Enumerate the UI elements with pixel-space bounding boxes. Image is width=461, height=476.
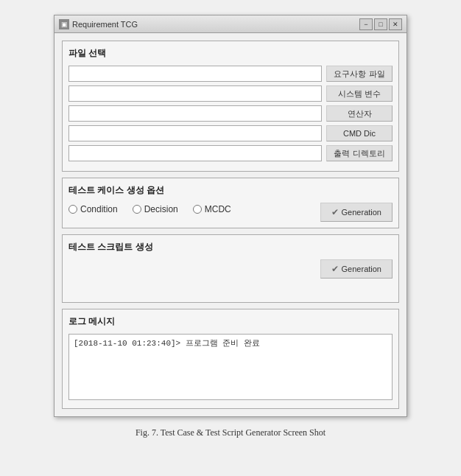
operator-input[interactable]: [68, 105, 322, 122]
file-row-system-vars: 시스템 변수: [68, 85, 393, 102]
title-bar-controls: − □ ✕: [359, 18, 402, 30]
system-vars-button[interactable]: 시스템 변수: [326, 85, 393, 102]
log-section: 로그 메시지: [62, 309, 399, 409]
test-script-section: 테스트 스크립트 생성 ✔ Generation: [62, 234, 399, 303]
file-row-operator: 연산자: [68, 105, 393, 122]
main-window: ▣ Requirement TCG − □ ✕ 파일 선택 요구사항 파일 시스…: [54, 15, 407, 417]
cmd-dic-input[interactable]: [68, 125, 322, 141]
file-row-cmd-dic: CMD Dic: [68, 125, 393, 141]
output-dir-input[interactable]: [68, 145, 322, 161]
test-script-title: 테스트 스크립트 생성: [68, 241, 393, 253]
minimize-button[interactable]: −: [359, 18, 373, 30]
test-script-generation-label: Generation: [342, 265, 381, 273]
title-bar: ▣ Requirement TCG − □ ✕: [54, 15, 407, 33]
file-row-output-dir: 출력 디렉토리: [68, 145, 393, 161]
window-content: 파일 선택 요구사항 파일 시스템 변수 연산자 CMD Dic 출력 디렉토리: [54, 33, 407, 416]
operator-button[interactable]: 연산자: [326, 105, 393, 122]
radio-decision[interactable]: Decision: [133, 204, 178, 214]
window-title: Requirement TCG: [72, 20, 138, 29]
output-dir-button[interactable]: 출력 디렉토리: [326, 145, 393, 161]
radio-decision-input[interactable]: [133, 205, 141, 214]
radio-condition[interactable]: Condition: [68, 204, 118, 214]
file-selection-section: 파일 선택 요구사항 파일 시스템 변수 연산자 CMD Dic 출력 디렉토리: [62, 41, 399, 172]
log-title: 로그 메시지: [68, 315, 393, 328]
title-bar-left: ▣ Requirement TCG: [59, 19, 138, 29]
test-script-content: ✔ Generation: [68, 259, 393, 296]
file-row-requirements: 요구사항 파일: [68, 66, 393, 82]
radio-decision-label: Decision: [144, 204, 178, 214]
test-case-generation-button[interactable]: ✔ Generation: [320, 203, 393, 222]
radio-condition-input[interactable]: [68, 205, 77, 214]
requirements-file-input[interactable]: [68, 66, 322, 82]
cmd-dic-button[interactable]: CMD Dic: [326, 125, 393, 141]
test-case-section: 테스트 케이스 생성 옵션 Condition Decision MCDC: [62, 178, 399, 228]
log-area[interactable]: [68, 334, 393, 400]
file-selection-title: 파일 선택: [68, 47, 393, 60]
maximize-button[interactable]: □: [374, 18, 387, 30]
test-case-options-row: Condition Decision MCDC ✔ Generation: [68, 203, 393, 222]
test-script-generation-button[interactable]: ✔ Generation: [320, 259, 393, 279]
radio-condition-label: Condition: [80, 204, 118, 214]
test-case-radio-group: Condition Decision MCDC: [68, 204, 231, 214]
window-icon: ▣: [59, 19, 69, 29]
radio-mcdc-input[interactable]: [193, 205, 202, 214]
close-button[interactable]: ✕: [389, 18, 402, 30]
check-icon-2: ✔: [331, 264, 339, 274]
requirements-file-button[interactable]: 요구사항 파일: [326, 66, 393, 82]
check-icon-1: ✔: [331, 207, 339, 217]
test-case-generation-label: Generation: [342, 208, 381, 217]
test-case-title: 테스트 케이스 생성 옵션: [68, 184, 393, 197]
radio-mcdc-label: MCDC: [205, 204, 231, 214]
figure-caption: Fig. 7. Test Case & Test Script Generato…: [136, 427, 325, 438]
radio-mcdc[interactable]: MCDC: [193, 204, 231, 214]
system-vars-input[interactable]: [68, 85, 322, 102]
